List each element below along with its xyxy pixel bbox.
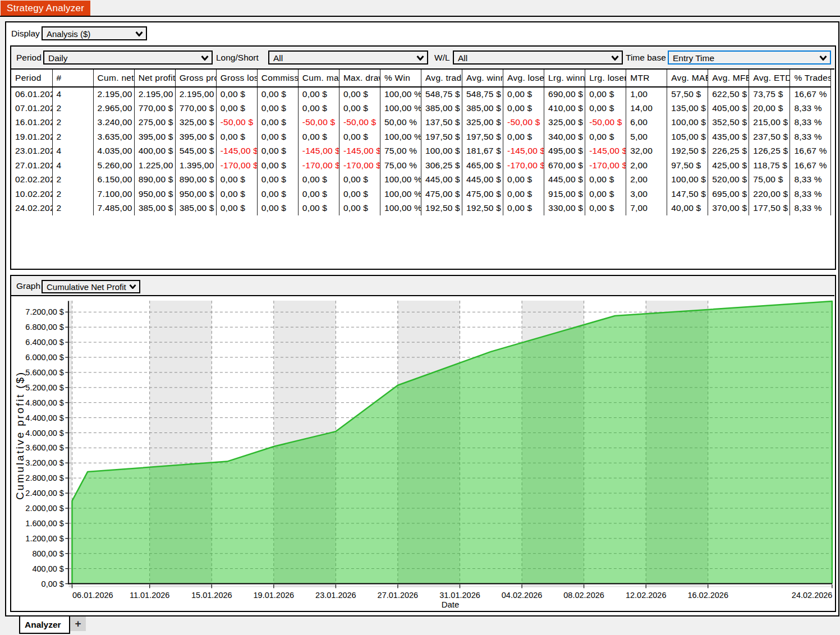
svg-text:1.200,00 $: 1.200,00 $ [25, 534, 64, 543]
svg-text:11.01.2026: 11.01.2026 [130, 591, 170, 600]
svg-text:31.01.2026: 31.01.2026 [439, 591, 480, 600]
svg-text:23.01.2026: 23.01.2026 [315, 591, 356, 600]
svg-text:5.200,00 $: 5.200,00 $ [25, 383, 64, 392]
svg-text:Cumulative profit ($): Cumulative profit ($) [14, 371, 26, 500]
svg-text:16.02.2026: 16.02.2026 [687, 591, 728, 600]
svg-text:6.000,00 $: 6.000,00 $ [25, 353, 64, 362]
svg-text:04.02.2026: 04.02.2026 [502, 591, 543, 600]
svg-text:2.000,00 $: 2.000,00 $ [25, 504, 64, 513]
svg-text:06.01.2026: 06.01.2026 [72, 591, 113, 600]
svg-text:400,00 $: 400,00 $ [32, 564, 63, 573]
svg-text:08.02.2026: 08.02.2026 [563, 591, 604, 600]
svg-text:Date: Date [442, 600, 460, 609]
svg-text:7.200,00 $: 7.200,00 $ [25, 307, 64, 316]
svg-text:0,00 $: 0,00 $ [42, 579, 64, 588]
svg-text:800,00 $: 800,00 $ [32, 549, 63, 558]
svg-text:27.01.2026: 27.01.2026 [378, 591, 419, 600]
svg-text:3.200,00 $: 3.200,00 $ [25, 458, 64, 467]
svg-text:4.800,00 $: 4.800,00 $ [25, 398, 64, 407]
svg-text:12.02.2026: 12.02.2026 [626, 591, 667, 600]
svg-text:15.01.2026: 15.01.2026 [191, 591, 232, 600]
svg-text:6.800,00 $: 6.800,00 $ [25, 323, 64, 332]
svg-text:4.000,00 $: 4.000,00 $ [25, 429, 64, 438]
svg-text:24.02.2026: 24.02.2026 [792, 591, 833, 600]
svg-text:3.600,00 $: 3.600,00 $ [25, 443, 64, 452]
svg-text:5.600,00 $: 5.600,00 $ [25, 368, 64, 377]
svg-text:1.600,00 $: 1.600,00 $ [25, 519, 64, 528]
svg-text:4.400,00 $: 4.400,00 $ [25, 413, 64, 422]
svg-text:19.01.2026: 19.01.2026 [254, 591, 295, 600]
svg-text:2.800,00 $: 2.800,00 $ [25, 473, 64, 482]
svg-text:2.400,00 $: 2.400,00 $ [25, 489, 64, 498]
svg-text:6.400,00 $: 6.400,00 $ [25, 338, 64, 347]
